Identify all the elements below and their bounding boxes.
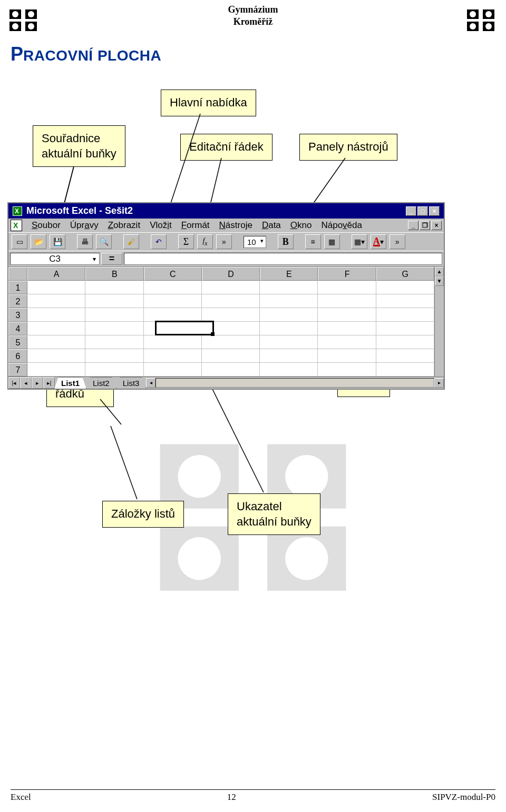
formula-edit-button[interactable]: =	[101, 253, 122, 265]
close-button[interactable]: ×	[429, 206, 440, 216]
print-button[interactable]: 🖶	[77, 234, 93, 249]
undo-button[interactable]: ↶	[151, 234, 167, 249]
col-header-d[interactable]: D	[202, 267, 260, 281]
menu-upravy[interactable]: Úpravy	[70, 220, 99, 231]
cell[interactable]	[27, 322, 85, 335]
tab-first-button[interactable]: |◂	[8, 377, 20, 389]
row-header-2[interactable]: 2	[8, 294, 27, 308]
sheet-tab-2[interactable]: List2	[86, 377, 116, 389]
cell[interactable]	[202, 308, 260, 322]
vertical-scrollbar[interactable]: ▲ ▼	[434, 267, 444, 377]
cell[interactable]	[376, 363, 434, 377]
cell[interactable]	[376, 294, 434, 308]
scroll-up-icon[interactable]: ▲	[435, 267, 444, 276]
menu-okno[interactable]: Okno	[290, 220, 312, 231]
cell[interactable]	[260, 294, 318, 308]
print-preview-button[interactable]: 🔍	[96, 234, 112, 249]
cell[interactable]	[260, 363, 318, 377]
minimize-button[interactable]: _	[406, 206, 416, 216]
cell[interactable]	[27, 335, 85, 349]
cell[interactable]	[27, 308, 85, 322]
merge-button[interactable]: ▦	[324, 234, 340, 249]
format-painter-button[interactable]: 🖌	[123, 234, 139, 249]
cell[interactable]	[260, 322, 318, 335]
function-button[interactable]: fx	[197, 234, 213, 249]
cell[interactable]	[202, 349, 260, 363]
cell[interactable]	[376, 335, 434, 349]
cell[interactable]	[144, 349, 202, 363]
select-all-corner[interactable]	[8, 267, 27, 281]
cell[interactable]	[260, 281, 318, 294]
bold-button[interactable]: B	[278, 234, 294, 249]
menu-nastroje[interactable]: Nástroje	[219, 220, 252, 231]
cell[interactable]	[85, 349, 143, 363]
scroll-left-icon[interactable]: ◂	[146, 378, 155, 388]
active-cell-cursor[interactable]	[155, 321, 214, 335]
row-header-4[interactable]: 4	[8, 322, 27, 335]
cell[interactable]	[144, 281, 202, 294]
cell[interactable]	[318, 363, 376, 377]
cell[interactable]	[376, 308, 434, 322]
cell[interactable]	[144, 294, 202, 308]
borders-button[interactable]: ▦▾	[352, 234, 367, 249]
cell[interactable]	[260, 349, 318, 363]
row-header-1[interactable]: 1	[8, 281, 27, 294]
col-header-f[interactable]: F	[318, 267, 376, 281]
cell[interactable]	[27, 294, 85, 308]
cell[interactable]	[318, 335, 376, 349]
tab-last-button[interactable]: ▸|	[43, 377, 55, 389]
cell[interactable]	[202, 281, 260, 294]
cell[interactable]	[144, 335, 202, 349]
cell[interactable]	[260, 308, 318, 322]
cell[interactable]	[318, 294, 376, 308]
horizontal-scrollbar[interactable]: ◂ ▸	[146, 378, 444, 388]
row-header-5[interactable]: 5	[8, 335, 27, 349]
cell[interactable]	[376, 322, 434, 335]
font-color-button[interactable]: A▾	[371, 234, 386, 249]
cell[interactable]	[85, 294, 143, 308]
open-button[interactable]: 📂	[31, 234, 46, 249]
cell[interactable]	[318, 281, 376, 294]
cell[interactable]	[318, 308, 376, 322]
cell[interactable]	[144, 363, 202, 377]
cell[interactable]	[376, 349, 434, 363]
sheet-tab-1[interactable]: List1	[54, 377, 86, 389]
formula-input[interactable]	[124, 253, 442, 265]
cell[interactable]	[202, 335, 260, 349]
align-button[interactable]: ≡	[305, 234, 321, 249]
col-header-a[interactable]: A	[27, 267, 85, 281]
cell[interactable]	[27, 281, 85, 294]
autosum-button[interactable]: Σ	[178, 234, 194, 249]
row-header-7[interactable]: 7	[8, 363, 27, 377]
col-header-g[interactable]: G	[376, 267, 434, 281]
cell[interactable]	[202, 294, 260, 308]
scroll-right-icon[interactable]: ▸	[434, 378, 444, 388]
col-header-c[interactable]: C	[144, 267, 202, 281]
cell[interactable]	[318, 322, 376, 335]
menu-soubor[interactable]: Soubor	[32, 220, 61, 231]
col-header-e[interactable]: E	[260, 267, 318, 281]
menu-vlozit[interactable]: Vložit	[150, 220, 172, 231]
row-header-3[interactable]: 3	[8, 308, 27, 322]
scroll-down-icon[interactable]: ▼	[435, 276, 444, 286]
menu-data[interactable]: Data	[262, 220, 281, 231]
menu-zobrazit[interactable]: Zobrazit	[108, 220, 140, 231]
cell[interactable]	[260, 335, 318, 349]
cell[interactable]	[85, 322, 143, 335]
cell[interactable]	[27, 363, 85, 377]
name-box[interactable]: C3	[10, 253, 100, 265]
cell[interactable]	[85, 335, 143, 349]
toolbar-more-right[interactable]: »	[390, 234, 405, 249]
cell[interactable]	[376, 281, 434, 294]
font-size-select[interactable]: 10	[244, 236, 266, 248]
cell[interactable]	[318, 349, 376, 363]
save-button[interactable]: 💾	[50, 234, 65, 249]
cell[interactable]	[27, 349, 85, 363]
doc-close-button[interactable]: ×	[431, 221, 442, 230]
cell[interactable]	[144, 308, 202, 322]
menu-format[interactable]: Formát	[181, 220, 210, 231]
menu-napoveda[interactable]: Nápověda	[321, 220, 362, 231]
sheet-tab-3[interactable]: List3	[116, 377, 147, 389]
cell[interactable]	[202, 363, 260, 377]
fill-handle[interactable]	[211, 332, 215, 336]
